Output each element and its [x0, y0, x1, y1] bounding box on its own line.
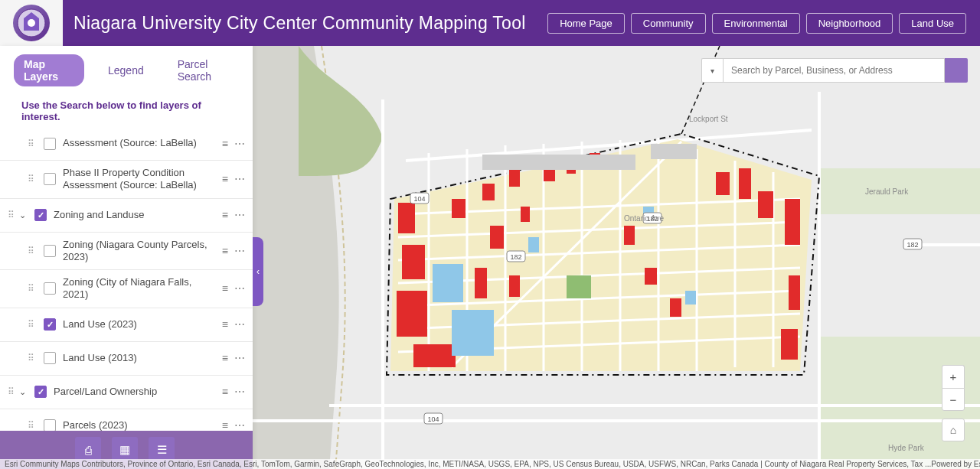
- zoom-in-button[interactable]: +: [942, 365, 965, 388]
- svg-rect-56: [452, 310, 494, 356]
- drag-handle-icon[interactable]: ⠿: [24, 174, 37, 184]
- legend-toggle-icon[interactable]: ≡: [222, 138, 228, 150]
- layer-options-icon[interactable]: ⋯: [234, 138, 245, 150]
- layer-row: ⠿ Zoning (City of Niagara Falls, 2021) ≡…: [0, 270, 253, 308]
- legend-toggle-icon[interactable]: ≡: [222, 386, 228, 398]
- nav-environmental[interactable]: Environmental: [712, 13, 800, 34]
- layer-label: Land Use (2023): [63, 318, 222, 331]
- layer-checkbox[interactable]: [44, 138, 56, 150]
- drag-handle-icon[interactable]: ⠿: [5, 386, 17, 397]
- map-street-label: Lockport St: [689, 115, 728, 123]
- layer-label: Zoning and Landuse: [54, 209, 222, 221]
- svg-point-1: [28, 19, 35, 27]
- attribution-esri[interactable]: Powered by Esri: [931, 460, 980, 468]
- layer-checkbox[interactable]: [34, 209, 47, 221]
- home-extent-button[interactable]: ⌂: [942, 419, 965, 441]
- svg-rect-47: [716, 172, 730, 195]
- layer-checkbox[interactable]: [44, 419, 56, 431]
- layer-options-icon[interactable]: ⋯: [234, 386, 245, 398]
- map-street-label: Ontario Ave: [624, 214, 664, 223]
- search-button[interactable]: [945, 58, 968, 83]
- layer-group: ⠿ ⌄ Parcel/Land Ownership ≡⋯: [0, 376, 253, 409]
- svg-point-73: [703, 60, 709, 66]
- svg-rect-40: [521, 207, 530, 222]
- svg-text:104: 104: [413, 195, 425, 203]
- search-bar: ▾: [701, 58, 968, 83]
- chevron-down-icon[interactable]: ⌄: [17, 210, 28, 220]
- legend-toggle-icon[interactable]: ≡: [222, 209, 228, 221]
- layer-group: ⠿ ⌄ Zoning and Landuse ≡⋯: [0, 199, 253, 233]
- layer-checkbox[interactable]: [44, 352, 56, 364]
- map-park-label: Jerauld Park: [865, 187, 908, 196]
- map-canvas[interactable]: 104 182 182 182 104 Lockport St Ontario …: [253, 46, 980, 469]
- nav-home[interactable]: Home Page: [547, 13, 625, 34]
- nav-community[interactable]: Community: [631, 13, 706, 34]
- layer-checkbox[interactable]: [44, 282, 56, 295]
- drag-handle-icon[interactable]: ⠿: [24, 319, 37, 330]
- layer-options-icon[interactable]: ⋯: [234, 173, 245, 185]
- svg-rect-33: [397, 291, 427, 337]
- svg-line-74: [708, 65, 711, 68]
- svg-rect-39: [509, 168, 520, 187]
- legend-toggle-icon[interactable]: ≡: [222, 352, 228, 364]
- layer-label: Zoning (City of Niagara Falls, 2021): [63, 276, 222, 301]
- legend-toggle-icon[interactable]: ≡: [222, 173, 228, 185]
- legend-toggle-icon[interactable]: ≡: [222, 245, 228, 257]
- sidebar-collapse-handle[interactable]: ‹: [253, 237, 263, 306]
- tab-parcel-search[interactable]: Parcel Search: [168, 54, 245, 86]
- layer-label: Parcel/Land Ownership: [54, 386, 222, 398]
- svg-rect-48: [739, 168, 751, 199]
- layer-options-icon[interactable]: ⋯: [234, 209, 245, 221]
- drag-handle-icon[interactable]: ⠿: [24, 420, 37, 431]
- layer-label: Assessment (Source: LaBella): [63, 137, 222, 149]
- layer-options-icon[interactable]: ⋯: [234, 419, 245, 431]
- layer-options-icon[interactable]: ⋯: [234, 245, 245, 257]
- svg-rect-36: [482, 184, 495, 200]
- svg-rect-51: [789, 275, 800, 310]
- svg-rect-60: [567, 275, 591, 298]
- svg-rect-59: [685, 291, 696, 305]
- drag-handle-icon[interactable]: ⠿: [24, 353, 37, 363]
- legend-toggle-icon[interactable]: ≡: [222, 318, 228, 331]
- svg-rect-37: [490, 226, 504, 249]
- layer-checkbox[interactable]: [34, 386, 47, 398]
- tab-legend[interactable]: Legend: [98, 60, 154, 80]
- layer-row: ⠿ Assessment (Source: LaBella) ≡⋯: [0, 127, 253, 161]
- app-header: Niagara University City Center Community…: [0, 0, 980, 46]
- nav-landuse[interactable]: Land Use: [899, 13, 966, 34]
- drag-handle-icon[interactable]: ⠿: [5, 210, 17, 220]
- svg-rect-44: [624, 226, 635, 245]
- layer-checkbox[interactable]: [44, 245, 56, 257]
- map-park-label: Hyde Park: [888, 444, 924, 452]
- zoom-out-button[interactable]: −: [942, 388, 965, 411]
- layer-checkbox[interactable]: [44, 173, 56, 185]
- layer-list: ⠿ Assessment (Source: LaBella) ≡⋯ ⠿ Phas…: [0, 127, 253, 431]
- svg-rect-34: [413, 344, 456, 367]
- drag-handle-icon[interactable]: ⠿: [24, 283, 37, 294]
- sidebar: Map Layers Legend Parcel Search Use the …: [0, 46, 253, 469]
- layer-checkbox[interactable]: [44, 318, 56, 331]
- layer-label: Phase II Property Condition Assessment (…: [63, 167, 222, 192]
- svg-rect-57: [528, 237, 539, 252]
- svg-rect-62: [651, 144, 697, 159]
- drag-handle-icon[interactable]: ⠿: [24, 138, 37, 149]
- layer-options-icon[interactable]: ⋯: [234, 318, 245, 331]
- drag-handle-icon[interactable]: ⠿: [24, 246, 37, 256]
- nav-neighborhood[interactable]: Neighborhood: [806, 13, 893, 34]
- tab-map-layers[interactable]: Map Layers: [14, 54, 84, 86]
- attribution-sources: Esri Community Maps Contributors, Provin…: [5, 460, 931, 468]
- svg-rect-52: [781, 329, 798, 360]
- svg-rect-61: [482, 155, 635, 170]
- search-input[interactable]: [723, 58, 945, 83]
- svg-rect-32: [402, 245, 425, 279]
- legend-toggle-icon[interactable]: ≡: [222, 419, 228, 431]
- app-title: Niagara University City Center Community…: [74, 13, 526, 34]
- svg-rect-31: [398, 203, 415, 233]
- nav-buttons: Home Page Community Environmental Neighb…: [547, 13, 980, 34]
- layer-row: ⠿ Parcels (2023) ≡⋯: [0, 409, 253, 432]
- chevron-down-icon[interactable]: ⌄: [17, 387, 28, 397]
- svg-rect-38: [475, 268, 487, 298]
- legend-toggle-icon[interactable]: ≡: [222, 282, 228, 295]
- layer-options-icon[interactable]: ⋯: [234, 352, 245, 364]
- layer-options-icon[interactable]: ⋯: [234, 282, 245, 295]
